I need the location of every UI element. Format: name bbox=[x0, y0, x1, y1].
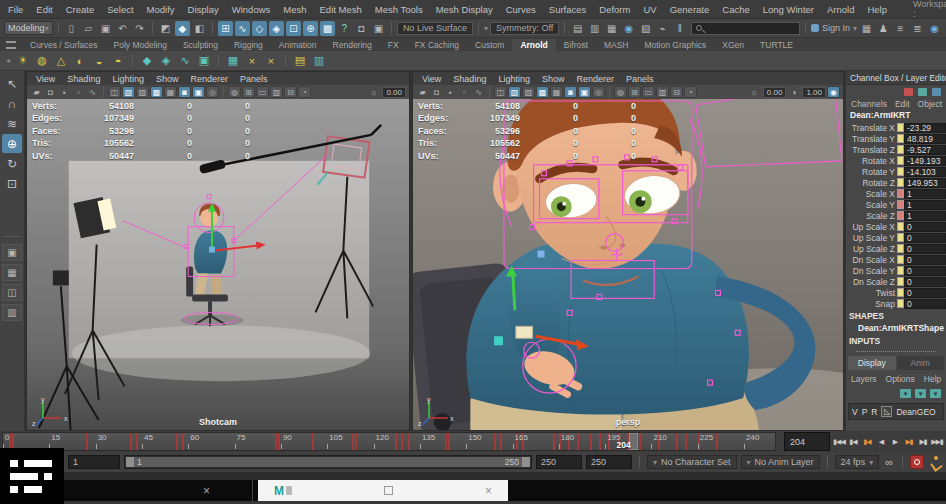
character-set-select[interactable]: ▾ No Character Set bbox=[647, 455, 737, 469]
select-hierarchy-icon[interactable]: ◩ bbox=[158, 21, 173, 36]
snap-view-plane-icon[interactable]: ⊡ bbox=[286, 21, 301, 36]
move-layer-up-icon[interactable]: ▾ bbox=[900, 389, 911, 398]
shelf-menu-icon[interactable] bbox=[6, 41, 16, 49]
anti-alias-icon[interactable]: ▣ bbox=[192, 86, 205, 98]
arnold-polymesh-icon[interactable]: ▣ bbox=[196, 53, 212, 69]
arnold-photometric-light-icon[interactable]: ◓ bbox=[110, 53, 126, 69]
shape-node-name[interactable]: Dean:ArmIKRTShape bbox=[846, 322, 946, 334]
character-controls-icon[interactable]: ♟ bbox=[876, 21, 891, 36]
isolate-select-icon[interactable]: ◍ bbox=[614, 86, 627, 98]
shelf-tab[interactable]: Sculpting bbox=[175, 39, 226, 51]
speedometer-icon[interactable] bbox=[918, 88, 927, 96]
snap-together-icon[interactable]: ▩ bbox=[320, 21, 335, 36]
undo-icon[interactable]: ↶ bbox=[115, 21, 130, 36]
auto-keyframe-toggle[interactable] bbox=[910, 455, 924, 469]
maximize-icon[interactable] bbox=[384, 486, 393, 495]
viewport-menu-item[interactable]: Shading bbox=[67, 74, 100, 84]
menu-item[interactable]: Mesh bbox=[283, 4, 306, 15]
use-all-lights-icon[interactable]: ▩ bbox=[536, 86, 549, 98]
lasso-select-tool[interactable]: ∩ bbox=[2, 94, 22, 113]
xray-icon[interactable]: ◔ bbox=[684, 86, 697, 98]
exposure-icon[interactable]: ☼ bbox=[748, 86, 761, 98]
menu-item[interactable]: File bbox=[8, 4, 23, 15]
shelf-tab[interactable]: Arnold bbox=[512, 39, 555, 51]
layout-two-pane[interactable]: ◫ bbox=[2, 284, 22, 301]
channel-key-state[interactable] bbox=[897, 178, 904, 187]
arnold-volume-icon[interactable]: ◈ bbox=[158, 53, 174, 69]
window-tab[interactable]: M × bbox=[258, 480, 508, 501]
live-surface-field[interactable]: No Live Surface bbox=[397, 22, 473, 35]
shelf-tab[interactable]: Animation bbox=[271, 39, 325, 51]
wireframe-mode-icon[interactable]: ◫ bbox=[494, 86, 507, 98]
camera-bookmark-icon[interactable]: ▪ bbox=[444, 86, 457, 98]
resolution-gate-icon[interactable]: ▭ bbox=[256, 86, 269, 98]
safe-action-icon[interactable]: ⊟ bbox=[284, 86, 297, 98]
select-camera-icon[interactable]: ▰ bbox=[416, 86, 429, 98]
menu-item[interactable]: Mesh Display bbox=[436, 4, 493, 15]
redo-icon[interactable]: ↷ bbox=[132, 21, 147, 36]
selected-object-name[interactable]: Dean:ArmIKRT bbox=[846, 110, 946, 122]
shelf-tab[interactable]: Motion Graphics bbox=[636, 39, 714, 51]
render-current-frame-icon[interactable]: ▥ bbox=[587, 21, 602, 36]
highlight-selection-icon[interactable]: ▣ bbox=[371, 21, 386, 36]
arnold-curve-collector-icon[interactable]: ∿ bbox=[177, 53, 193, 69]
graph-icon[interactable] bbox=[932, 88, 941, 96]
xray-icon[interactable]: ◔ bbox=[298, 86, 311, 98]
range-slider-bar[interactable] bbox=[126, 457, 530, 467]
sign-in-button[interactable]: Sign In ▾ bbox=[811, 23, 857, 33]
step-forward-frame-button[interactable]: ▶▮ bbox=[902, 433, 916, 450]
menu-item[interactable]: Arnold bbox=[827, 4, 854, 15]
channel-value-field[interactable]: 1 bbox=[904, 211, 946, 221]
snap-grid-icon[interactable]: ⊞ bbox=[218, 21, 233, 36]
camera-bookmark-icon[interactable]: ▪ bbox=[58, 86, 71, 98]
viewport-menu-item[interactable]: Show bbox=[156, 74, 179, 84]
tab-close-icon[interactable]: × bbox=[203, 484, 210, 498]
snap-curve-icon[interactable]: ∿ bbox=[235, 21, 250, 36]
select-object-icon[interactable]: ◆ bbox=[175, 21, 190, 36]
channel-value-field[interactable]: -14.103 bbox=[904, 167, 946, 177]
snap-help-icon[interactable]: ? bbox=[337, 21, 352, 36]
persp-canvas[interactable]: Verts:5410800 Edges:10734900 Faces:53296… bbox=[413, 99, 843, 430]
menu-item[interactable]: Select bbox=[107, 4, 133, 15]
step-back-key-button[interactable]: ▮◀ bbox=[846, 433, 860, 450]
shadows-icon[interactable]: ▦ bbox=[164, 86, 177, 98]
viewport-menu-item[interactable]: Renderer bbox=[190, 74, 228, 84]
lock-camera-icon[interactable]: ◘ bbox=[44, 86, 57, 98]
channel-value-field[interactable]: 0 bbox=[904, 255, 946, 265]
viewport-menu-item[interactable]: Shading bbox=[453, 74, 486, 84]
tool-settings-icon[interactable]: ◉ bbox=[927, 21, 942, 36]
channel-key-state[interactable] bbox=[897, 299, 904, 308]
menu-item[interactable]: Modify bbox=[147, 4, 175, 15]
menu-item[interactable]: Windows bbox=[232, 4, 271, 15]
arnold-light-portal-icon[interactable]: △ bbox=[53, 53, 69, 69]
layout-single-pane[interactable]: ▣ bbox=[2, 244, 22, 261]
step-back-frame-button[interactable]: ▮◀ bbox=[860, 433, 874, 450]
channel-key-state[interactable] bbox=[897, 255, 904, 264]
open-render-view-icon[interactable]: ▤ bbox=[570, 21, 585, 36]
move-tool[interactable]: ⊕ bbox=[2, 134, 22, 153]
arnold-flush-cache-icon[interactable]: ▥ bbox=[311, 53, 327, 69]
channel-key-state[interactable] bbox=[897, 189, 904, 198]
shelf-tab[interactable]: Custom bbox=[467, 39, 512, 51]
menu-item[interactable]: Cache bbox=[722, 4, 749, 15]
menu-item[interactable]: Edit bbox=[36, 4, 52, 15]
textured-mode-icon[interactable]: ▨ bbox=[136, 86, 149, 98]
layout-four-pane[interactable]: ▦ bbox=[2, 264, 22, 281]
shotcam-canvas[interactable]: Verts:5410800 Edges:10734900 Faces:53296… bbox=[27, 99, 409, 430]
channel-value-field[interactable]: 1 bbox=[904, 200, 946, 210]
shelf-tab[interactable]: TURTLE bbox=[752, 39, 801, 51]
pause-viewport-icon[interactable]: ‖ bbox=[672, 21, 687, 36]
arnold-texture-icon[interactable]: × bbox=[244, 53, 260, 69]
shelf-tab[interactable]: Rigging bbox=[226, 39, 271, 51]
select-tool[interactable]: ↖ bbox=[2, 74, 22, 93]
wireframe-mode-icon[interactable]: ◫ bbox=[108, 86, 121, 98]
menu-item[interactable]: Display bbox=[188, 4, 219, 15]
display-layer-row[interactable]: V P R ◺ DeanGEO bbox=[848, 403, 944, 420]
menu-item[interactable]: Generate bbox=[670, 4, 710, 15]
menu-item[interactable]: Surfaces bbox=[549, 4, 587, 15]
channel-key-state[interactable] bbox=[897, 200, 904, 209]
view-transform-icon[interactable]: ◉ bbox=[827, 86, 840, 98]
channel-box-menu-item[interactable]: Object bbox=[918, 99, 943, 109]
gamma-icon[interactable]: ◑ bbox=[787, 86, 800, 98]
content-browser-icon[interactable]: ▦ bbox=[859, 21, 874, 36]
